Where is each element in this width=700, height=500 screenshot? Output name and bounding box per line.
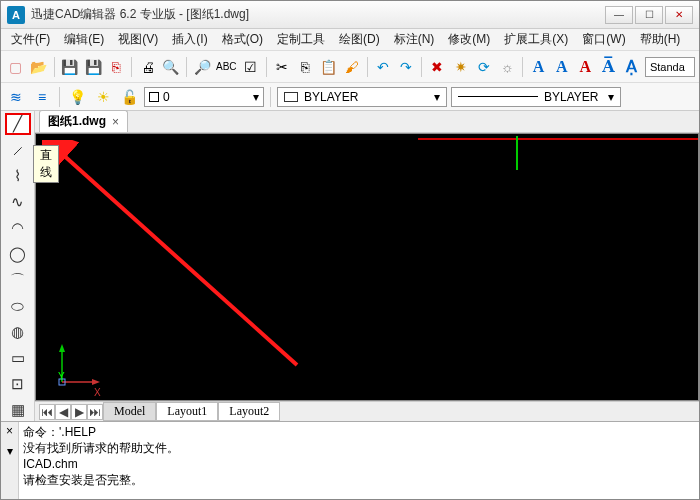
tab-prev-icon[interactable]: ◀ [55,404,71,420]
menu-bar: 文件(F) 编辑(E) 视图(V) 插入(I) 格式(O) 定制工具 绘图(D)… [1,29,699,51]
linetype-label: BYLAYER [544,90,598,104]
command-panel: × ▾ 命令：'.HELP 没有找到所请求的帮助文件。 ICAD.chm 请检查… [1,421,699,499]
line-tooltip: 直线 [33,145,59,183]
spell-icon[interactable]: ABC [215,56,237,78]
close-button[interactable]: ✕ [665,6,693,24]
redo-icon[interactable]: ↷ [396,56,416,78]
menu-draw[interactable]: 绘图(D) [333,29,386,50]
matchprop-icon[interactable]: 🖌 [341,56,361,78]
layer-mgr-icon[interactable]: ≋ [5,86,27,108]
menu-annot[interactable]: 标注(N) [388,29,441,50]
text5-icon[interactable]: Ạ [622,56,642,78]
menu-insert[interactable]: 插入(I) [166,29,213,50]
text1-icon[interactable]: A [528,56,548,78]
menu-edit[interactable]: 编辑(E) [58,29,110,50]
find-icon[interactable]: 🔎 [192,56,212,78]
bulb-icon[interactable]: 💡 [66,86,88,108]
document-tab[interactable]: 图纸1.dwg × [39,110,128,132]
save-icon[interactable]: 💾 [60,56,80,78]
purge-icon[interactable]: ⟳ [474,56,494,78]
tab-close-icon[interactable]: × [112,115,119,129]
layout1-tab[interactable]: Layout1 [156,402,218,421]
circle-tool[interactable]: ◯ [5,243,31,265]
open-icon[interactable]: 📂 [28,56,48,78]
maximize-button[interactable]: ☐ [635,6,663,24]
layer-name: 0 [163,90,170,104]
ellipse-tool[interactable]: ⬭ [5,295,31,317]
cut-icon[interactable]: ✂ [272,56,292,78]
textstyle-combo[interactable] [645,57,695,77]
axis-y-label: Y [58,371,65,382]
arc2-tool[interactable]: ⌒ [5,269,31,291]
audit-icon[interactable]: ☼ [497,56,517,78]
linetype-sample-icon [458,96,538,97]
hatch-tool[interactable]: ▦ [5,399,31,421]
print-icon[interactable]: 🖨 [137,56,157,78]
new-icon[interactable]: ▢ [5,56,25,78]
paste-icon[interactable]: 📋 [318,56,338,78]
lock-icon[interactable]: 🔓 [118,86,140,108]
command-output[interactable]: 命令：'.HELP 没有找到所请求的帮助文件。 ICAD.chm 请检查安装是否… [19,422,699,499]
drawing-canvas[interactable]: Y X [35,133,699,401]
color-swatch-icon [284,92,298,102]
draw-toolbar: ╱ 直线 ⟋ ⌇ ∿ ◠ ◯ ⌒ ⬭ ◍ ▭ ⊡ ▦ [1,111,35,421]
cmd-close-icon[interactable]: × [1,424,18,438]
layer-dropdown[interactable]: 0 ▾ [144,87,264,107]
sun-icon[interactable]: ☀ [92,86,114,108]
menu-modify[interactable]: 修改(M) [442,29,496,50]
preview-icon[interactable]: 🔍 [161,56,181,78]
svg-marker-2 [59,344,65,352]
saveall-icon[interactable]: 💾 [83,56,103,78]
layer-state-icon[interactable]: ≡ [31,86,53,108]
menu-ext[interactable]: 扩展工具(X) [498,29,574,50]
donut-tool[interactable]: ◍ [5,321,31,343]
text2-icon[interactable]: A [552,56,572,78]
minimize-button[interactable]: — [605,6,633,24]
cmd-pin-icon[interactable]: ▾ [1,444,18,458]
undo-icon[interactable]: ↶ [373,56,393,78]
main-toolbar: ▢ 📂 💾 💾 ⎘ 🖨 🔍 🔎 ABC ☑ ✂ ⎘ 📋 🖌 ↶ ↷ ✖ ✷ ⟳ … [1,51,699,83]
line-tool[interactable]: ╱ [5,113,31,135]
model-tab[interactable]: Model [103,402,156,421]
layout-tabs: ⏮ ◀ ▶ ⏭ Model Layout1 Layout2 [35,401,699,421]
color-label: BYLAYER [304,90,358,104]
green-guide-line [516,136,518,170]
axis-x-label: X [94,387,101,398]
app-icon: A [7,6,25,24]
layer-toolbar: ≋ ≡ 💡 ☀ 🔓 0 ▾ BYLAYER ▾ BYLAYER ▾ [1,83,699,111]
regen-icon[interactable]: ✷ [451,56,471,78]
text3-icon[interactable]: A [575,56,595,78]
ucs-icon [56,342,106,392]
point-tool[interactable]: ⊡ [5,373,31,395]
annotation-arrow [42,140,302,370]
menu-view[interactable]: 视图(V) [112,29,164,50]
polyline-tool[interactable]: ⌇ [5,165,31,187]
text4-icon[interactable]: A̅ [598,56,618,78]
menu-window[interactable]: 窗口(W) [576,29,631,50]
select-icon[interactable]: ☑ [240,56,260,78]
cancel-icon[interactable]: ✖ [427,56,447,78]
red-guide-line [418,138,698,140]
svg-line-0 [60,152,297,365]
tab-first-icon[interactable]: ⏮ [39,404,55,420]
tab-last-icon[interactable]: ⏭ [87,404,103,420]
pdf-icon[interactable]: ⎘ [106,56,126,78]
rect-tool[interactable]: ▭ [5,347,31,369]
layer-color-swatch [149,92,159,102]
arc-tool[interactable]: ◠ [5,217,31,239]
tab-next-icon[interactable]: ▶ [71,404,87,420]
document-tab-label: 图纸1.dwg [48,113,106,130]
copy-icon[interactable]: ⎘ [295,56,315,78]
svg-marker-4 [92,379,100,385]
spline-tool[interactable]: ∿ [5,191,31,213]
menu-format[interactable]: 格式(O) [216,29,269,50]
xline-tool[interactable]: ⟋ [5,139,31,161]
menu-help[interactable]: 帮助(H) [634,29,687,50]
linetype-bylayer-combo[interactable]: BYLAYER ▾ [451,87,621,107]
layout2-tab[interactable]: Layout2 [218,402,280,421]
color-bylayer-combo[interactable]: BYLAYER ▾ [277,87,447,107]
menu-file[interactable]: 文件(F) [5,29,56,50]
window-title: 迅捷CAD编辑器 6.2 专业版 - [图纸1.dwg] [31,6,249,23]
menu-custom[interactable]: 定制工具 [271,29,331,50]
